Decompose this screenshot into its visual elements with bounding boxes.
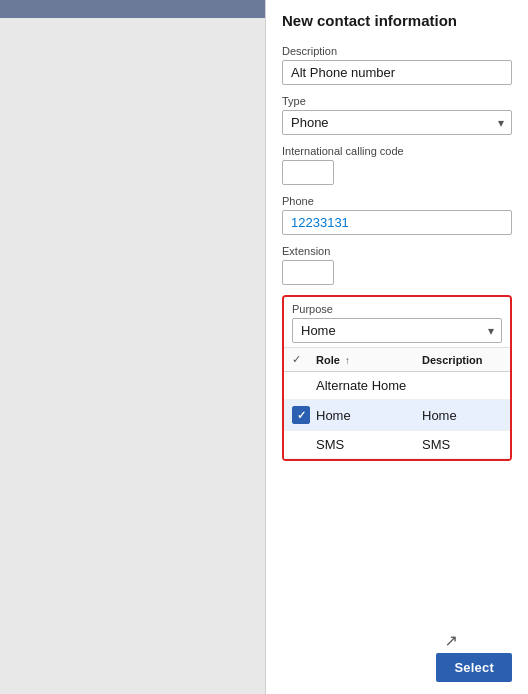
- description-input[interactable]: [282, 60, 512, 85]
- intl-code-field-group: International calling code: [282, 145, 512, 185]
- col-role-header: Role ↑: [316, 354, 422, 366]
- purpose-label: Purpose: [292, 303, 502, 315]
- description-label: Description: [282, 45, 512, 57]
- intl-code-input[interactable]: [282, 160, 334, 185]
- type-label: Type: [282, 95, 512, 107]
- table-row[interactable]: ✓ Home Home: [284, 400, 510, 431]
- left-panel-header: [0, 0, 265, 18]
- table-header-row: ✓ Role ↑ Description: [284, 348, 510, 372]
- purpose-dropdown-container: Purpose Home Business Other ✓: [282, 295, 512, 461]
- purpose-select[interactable]: Home Business Other: [292, 318, 502, 343]
- extension-label: Extension: [282, 245, 512, 257]
- form-footer: ↖ Select: [266, 634, 528, 694]
- description-field-group: Description: [282, 45, 512, 85]
- row-desc-home: Home: [422, 408, 502, 423]
- right-panel: New contact information Description Type…: [265, 0, 528, 694]
- row-check-home: ✓: [292, 406, 316, 424]
- left-panel-body: [0, 18, 265, 38]
- extension-field-group: Extension: [282, 245, 512, 285]
- purpose-field-group: Purpose Home Business Other: [284, 297, 510, 347]
- type-field-group: Type Phone Email URL: [282, 95, 512, 135]
- page-title: New contact information: [282, 12, 512, 29]
- phone-label: Phone: [282, 195, 512, 207]
- row-desc-sms: SMS: [422, 437, 502, 452]
- sort-arrow-icon: ↑: [345, 355, 350, 366]
- select-button[interactable]: Select: [436, 653, 512, 682]
- col-description-header: Description: [422, 354, 502, 366]
- col-check-header: ✓: [292, 353, 316, 366]
- type-select[interactable]: Phone Email URL: [282, 110, 512, 135]
- table-row[interactable]: Alternate Home: [284, 372, 510, 400]
- purpose-table: ✓ Role ↑ Description Alternate Home: [284, 347, 510, 459]
- left-panel: [0, 0, 265, 694]
- form-body: Description Type Phone Email URL Interna…: [266, 37, 528, 634]
- extension-input[interactable]: [282, 260, 334, 285]
- cursor-icon: ↖: [445, 631, 458, 650]
- row-role-alternate-home: Alternate Home: [316, 378, 422, 393]
- role-label: Role: [316, 354, 340, 366]
- type-select-wrapper: Phone Email URL: [282, 110, 512, 135]
- row-role-sms: SMS: [316, 437, 422, 452]
- check-box-selected-icon: ✓: [292, 406, 310, 424]
- table-row[interactable]: SMS SMS: [284, 431, 510, 459]
- form-header: New contact information: [266, 0, 528, 37]
- phone-input[interactable]: [282, 210, 512, 235]
- phone-field-group: Phone: [282, 195, 512, 235]
- intl-code-label: International calling code: [282, 145, 512, 157]
- row-role-home: Home: [316, 408, 422, 423]
- purpose-select-wrapper: Home Business Other: [292, 318, 502, 343]
